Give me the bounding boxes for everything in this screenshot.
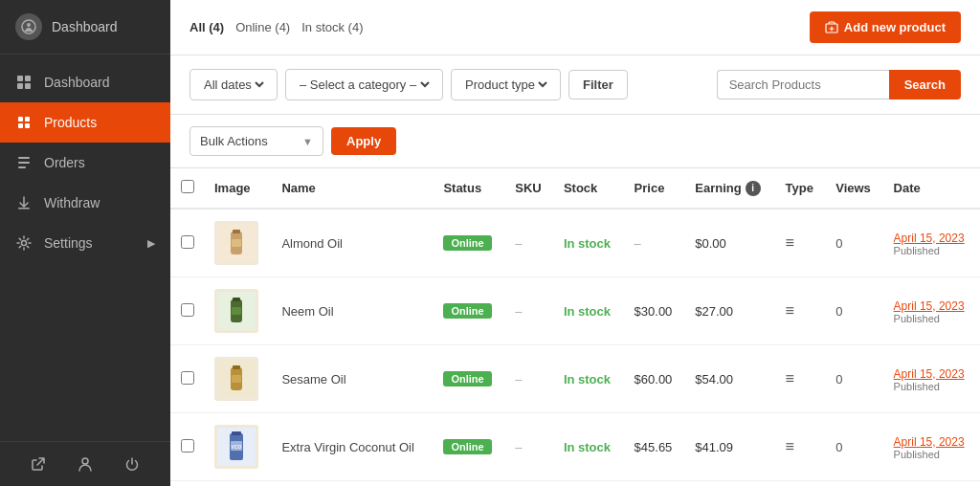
- settings-icon: [15, 234, 33, 252]
- svg-rect-10: [18, 157, 30, 159]
- row-checkbox[interactable]: [181, 371, 194, 385]
- stock-cell: In stock: [554, 277, 625, 345]
- sidebar-nav: Dashboard Products: [0, 55, 170, 441]
- main-content: All (4) Online (4) In stock (4) Add new …: [170, 0, 980, 486]
- date-link[interactable]: April 15, 2023: [894, 232, 965, 245]
- power-icon[interactable]: [122, 453, 143, 475]
- table-row: Neem Oil Online – In stock $30.00 $27.00…: [170, 277, 980, 345]
- price-cell: $45.65: [625, 413, 686, 481]
- logo-icon: [15, 13, 42, 40]
- row-checkbox[interactable]: [181, 439, 194, 453]
- svg-rect-31: [232, 431, 241, 435]
- svg-rect-4: [17, 83, 23, 89]
- svg-rect-27: [233, 365, 240, 369]
- earning-info-icon[interactable]: i: [746, 181, 761, 196]
- status-badge: Online: [443, 303, 491, 319]
- dashboard-icon: [15, 74, 33, 91]
- search-wrapper: Search: [717, 70, 961, 99]
- published-label: Published: [894, 313, 970, 324]
- sidebar-bottom: [0, 441, 170, 486]
- category-filter[interactable]: – Select a category –: [285, 69, 443, 100]
- earning-cell: $0.00: [685, 209, 775, 277]
- bulk-actions-row: Bulk Actions ▼ Apply: [170, 115, 980, 168]
- search-input[interactable]: [717, 70, 889, 99]
- product-image: VCO: [214, 425, 258, 469]
- tab-online[interactable]: Online (4): [235, 20, 290, 34]
- product-name[interactable]: Sesame Oil: [272, 345, 434, 413]
- date-cell: April 15, 2023 Published: [884, 345, 980, 413]
- product-name[interactable]: Almond Oil: [272, 209, 434, 277]
- product-image: [214, 357, 258, 401]
- col-date: Date: [884, 168, 980, 209]
- status-badge: Online: [443, 439, 491, 454]
- bulk-actions-select[interactable]: Bulk Actions ▼: [189, 126, 323, 156]
- status-badge: Online: [443, 371, 491, 387]
- products-table: Image Name Status SKU Stock Price Earnin…: [170, 168, 980, 481]
- apply-button[interactable]: Apply: [331, 127, 396, 155]
- svg-rect-9: [25, 123, 30, 128]
- date-cell: April 15, 2023 Published: [884, 413, 980, 481]
- price-cell: $60.00: [625, 345, 686, 413]
- published-label: Published: [894, 381, 970, 392]
- svg-rect-12: [18, 166, 26, 168]
- date-link[interactable]: April 15, 2023: [894, 299, 965, 313]
- date-link[interactable]: April 15, 2023: [894, 435, 965, 449]
- date-filter[interactable]: All dates: [189, 69, 278, 100]
- sku-cell: –: [505, 345, 554, 413]
- col-image: Image: [205, 168, 272, 209]
- withdraw-item-label: Withdraw: [44, 195, 100, 210]
- products-table-container: Image Name Status SKU Stock Price Earnin…: [170, 168, 980, 486]
- tab-instock[interactable]: In stock (4): [301, 20, 363, 34]
- products-item-label: Products: [44, 115, 97, 130]
- date-link[interactable]: April 15, 2023: [894, 367, 965, 381]
- svg-rect-23: [233, 298, 240, 301]
- views-cell: 0: [826, 413, 883, 481]
- row-checkbox[interactable]: [181, 303, 194, 317]
- sidebar-item-withdraw[interactable]: Withdraw: [0, 183, 170, 223]
- product-type-filter[interactable]: Product type: [451, 69, 561, 100]
- col-type: Type: [776, 168, 827, 209]
- products-icon: [15, 114, 33, 131]
- svg-text:VCO: VCO: [232, 444, 242, 450]
- sidebar-item-dashboard[interactable]: Dashboard: [0, 62, 170, 102]
- orders-icon: [15, 154, 33, 171]
- product-name[interactable]: Extra Virgin Coconut Oil: [272, 413, 434, 481]
- product-type-select[interactable]: Product type: [461, 77, 550, 93]
- filter-button[interactable]: Filter: [568, 70, 628, 99]
- col-price: Price: [625, 168, 686, 209]
- tab-all[interactable]: All (4): [189, 20, 224, 34]
- sidebar-item-orders[interactable]: Orders: [0, 143, 170, 183]
- svg-rect-8: [18, 123, 23, 128]
- sku-cell: –: [505, 413, 554, 481]
- svg-rect-7: [25, 117, 30, 122]
- price-cell: –: [625, 209, 686, 277]
- sidebar: Dashboard Dashboard: [0, 0, 170, 486]
- sidebar-item-products[interactable]: Products: [0, 102, 170, 143]
- date-cell: April 15, 2023 Published: [884, 277, 980, 345]
- orders-item-label: Orders: [44, 155, 85, 170]
- select-all-checkbox[interactable]: [181, 180, 194, 193]
- svg-rect-19: [233, 230, 240, 233]
- status-badge: Online: [443, 235, 491, 251]
- external-link-icon[interactable]: [28, 453, 49, 475]
- row-checkbox[interactable]: [181, 235, 194, 249]
- search-button[interactable]: Search: [889, 70, 961, 99]
- add-product-button[interactable]: Add new product: [810, 11, 961, 43]
- dashboard-label: Dashboard: [52, 19, 118, 34]
- svg-rect-20: [232, 239, 241, 247]
- views-cell: 0: [826, 209, 883, 277]
- product-name[interactable]: Neem Oil: [272, 277, 434, 345]
- sku-cell: –: [505, 209, 554, 277]
- dashboard-item-label: Dashboard: [44, 75, 110, 90]
- user-icon[interactable]: [75, 453, 96, 475]
- svg-rect-28: [232, 375, 241, 383]
- svg-rect-5: [25, 83, 31, 89]
- svg-rect-13: [18, 208, 30, 210]
- category-select[interactable]: – Select a category –: [296, 77, 433, 93]
- type-icon: ≡: [786, 234, 794, 251]
- table-row: Almond Oil Online – In stock – $0.00 ≡ 0…: [170, 209, 980, 277]
- stock-cell: In stock: [554, 345, 625, 413]
- date-select[interactable]: All dates: [200, 77, 267, 93]
- earning-cell: $41.09: [685, 413, 775, 481]
- sidebar-item-settings[interactable]: Settings ▶: [0, 223, 170, 263]
